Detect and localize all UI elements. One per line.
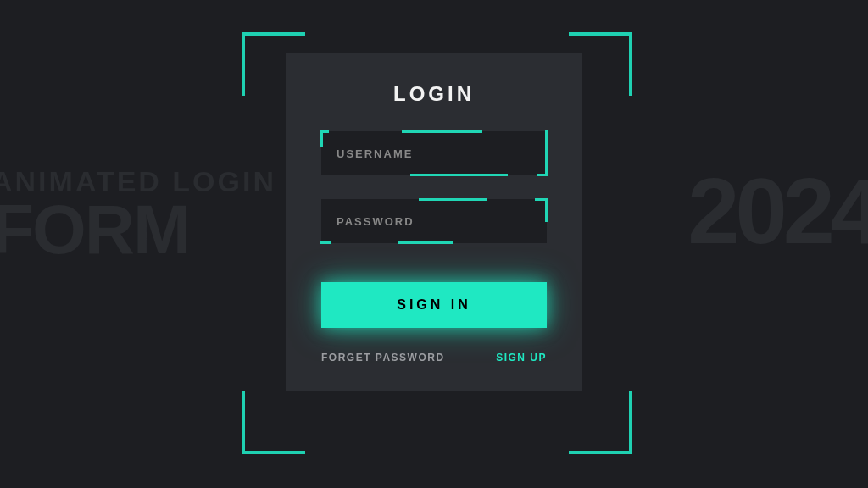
input-border-segment — [398, 241, 453, 244]
login-title: LOGIN — [321, 82, 547, 106]
footer-links: FORGET PASSWORD SIGN UP — [321, 352, 547, 363]
bg-text-line2: FORM — [0, 198, 276, 261]
forget-password-link[interactable]: FORGET PASSWORD — [321, 352, 445, 363]
input-border-segment — [320, 130, 323, 147]
input-border-segment — [320, 241, 331, 244]
input-border-segment — [419, 198, 487, 201]
background-title-left: ANIMATED LOGIN FORM — [0, 165, 276, 261]
input-border-segment — [535, 198, 548, 201]
input-border-segment — [410, 174, 508, 176]
input-border-segment — [545, 198, 548, 222]
input-border-segment — [402, 130, 482, 133]
password-input[interactable] — [321, 199, 547, 243]
signin-button[interactable]: SIGN IN — [321, 282, 547, 328]
input-border-segment — [545, 130, 548, 176]
password-field-wrap — [321, 199, 547, 243]
username-input[interactable] — [321, 131, 547, 175]
frame-corner-bottom-right — [569, 391, 632, 454]
login-card: LOGIN SIGN IN FORGET PASSWORD SIGN UP — [286, 53, 582, 391]
signup-link[interactable]: SIGN UP — [496, 352, 547, 363]
username-field-wrap — [321, 131, 547, 175]
input-border-segment — [537, 174, 548, 176]
background-year: 2024 — [687, 157, 868, 264]
frame-corner-bottom-left — [242, 391, 305, 454]
